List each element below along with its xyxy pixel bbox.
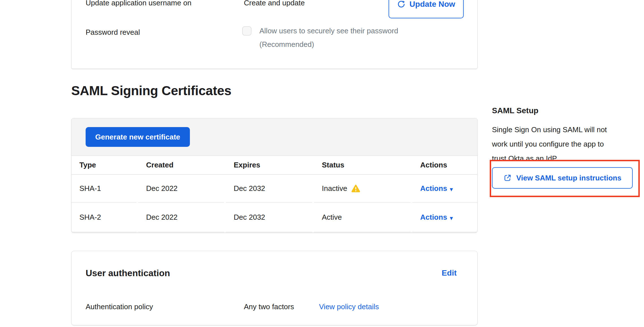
column-header-status: Status <box>314 156 411 174</box>
password-reveal-description-line2: (Recommended) <box>259 38 406 51</box>
page-title: SAML Signing Certificates <box>71 83 231 98</box>
certificate-row-sha2: SHA-2 Dec 2022 Dec 2032 Active Actions ▾ <box>71 203 477 232</box>
cert-created-cell: Dec 2022 <box>138 175 224 203</box>
update-now-button[interactable]: Update Now <box>389 0 464 18</box>
column-header-created: Created <box>138 156 224 174</box>
password-reveal-description: Allow users to securely see their passwo… <box>259 24 406 51</box>
actions-dropdown[interactable]: Actions ▾ <box>420 184 453 193</box>
username-update-value: Create and update <box>244 0 305 7</box>
generate-new-certificate-button[interactable]: Generate new certificate <box>86 127 190 147</box>
certificates-table-header: Type Created Expires Status Actions <box>71 156 477 175</box>
cert-type-cell: SHA-2 <box>71 203 136 232</box>
cert-type-cell: SHA-1 <box>71 175 136 203</box>
saml-setup-description: Single Sign On using SAML will not work … <box>492 123 639 166</box>
cert-status-cell: Inactive <box>314 175 411 203</box>
cert-expires-cell: Dec 2032 <box>226 175 312 203</box>
authentication-policy-value: Any two factors <box>244 302 294 311</box>
update-now-label: Update Now <box>409 0 455 9</box>
refresh-icon <box>397 0 406 8</box>
actions-label: Actions <box>420 184 447 193</box>
certificate-row-sha1: SHA-1 Dec 2022 Dec 2032 Inactive Actions… <box>71 175 477 203</box>
authentication-policy-label: Authentication policy <box>86 302 153 311</box>
caret-down-icon: ▾ <box>450 186 453 192</box>
column-header-actions: Actions <box>412 156 477 174</box>
username-update-label: Update application username on <box>86 0 191 7</box>
caret-down-icon: ▾ <box>450 215 453 221</box>
cert-status-cell: Active <box>314 203 411 232</box>
view-saml-setup-instructions-button[interactable]: View SAML setup instructions <box>492 167 633 189</box>
saml-setup-description-line2: work until you configure the app to <box>492 137 639 151</box>
cert-actions-cell: Actions ▾ <box>412 203 477 232</box>
view-policy-details-link[interactable]: View policy details <box>319 302 379 311</box>
okta-app-settings-page: Update application username on Create an… <box>0 0 644 327</box>
user-authentication-card: User authentication Edit Authentication … <box>71 251 478 325</box>
password-reveal-label: Password reveal <box>86 28 140 37</box>
actions-label: Actions <box>420 213 447 222</box>
status-text: Active <box>322 213 342 222</box>
view-saml-setup-instructions-label: View SAML setup instructions <box>516 174 621 182</box>
cert-expires-cell: Dec 2032 <box>226 203 312 232</box>
status-text: Inactive <box>322 184 347 193</box>
certificates-toolbar: Generate new certificate <box>71 118 477 156</box>
column-header-type: Type <box>71 156 136 174</box>
warning-triangle-icon <box>351 184 360 193</box>
external-link-icon <box>503 174 512 182</box>
saml-setup-description-line1: Single Sign On using SAML will not <box>492 123 639 137</box>
user-authentication-title: User authentication <box>86 268 170 278</box>
password-reveal-description-line1: Allow users to securely see their passwo… <box>259 24 406 38</box>
cert-created-cell: Dec 2022 <box>138 203 224 232</box>
actions-dropdown[interactable]: Actions ▾ <box>420 213 453 222</box>
saml-certificates-panel: Generate new certificate Type Created Ex… <box>71 118 478 233</box>
sign-on-settings-card: Update application username on Create an… <box>71 0 478 69</box>
saml-setup-description-line3: trust Okta as an IdP. <box>492 151 639 166</box>
cert-actions-cell: Actions ▾ <box>412 175 477 203</box>
saml-setup-title: SAML Setup <box>492 106 538 115</box>
column-header-expires: Expires <box>226 156 312 174</box>
password-reveal-checkbox[interactable] <box>242 26 251 36</box>
edit-link[interactable]: Edit <box>442 269 457 278</box>
